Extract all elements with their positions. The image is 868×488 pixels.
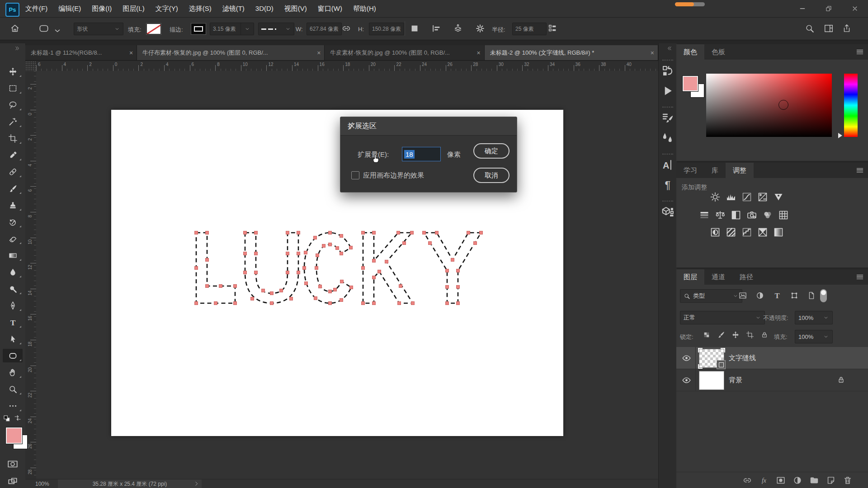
panel-menu-icon[interactable] — [855, 166, 864, 175]
black-white-adjustment-icon[interactable] — [731, 210, 741, 221]
search-icon[interactable] — [805, 23, 815, 33]
document-tab[interactable]: 牛仔布素材-恢复的.jpg @ 100% (图层 0, RGB/...× — [137, 45, 325, 60]
exposure-adjustment-icon[interactable] — [757, 192, 768, 202]
lock-checker-icon[interactable] — [703, 331, 711, 339]
tool-preset-chevron-icon[interactable] — [52, 26, 62, 36]
eyedropper-tool[interactable] — [3, 148, 23, 162]
visibility-eye-icon[interactable] — [682, 375, 691, 385]
spot-healing-tool[interactable] — [3, 165, 23, 178]
panel-tab[interactable]: 颜色 — [676, 44, 704, 60]
gradient-map-adjustment-icon[interactable] — [773, 227, 784, 238]
swap-colors-icon[interactable] — [14, 414, 22, 422]
menu-item[interactable]: 窗口(W) — [312, 0, 348, 17]
cancel-button[interactable]: 取消 — [473, 168, 509, 183]
eraser-tool[interactable] — [3, 232, 23, 245]
visibility-eye-icon[interactable] — [682, 353, 691, 363]
color-foreground-swatch[interactable] — [683, 76, 698, 91]
shape-width-field[interactable]: 627.84 像素 — [307, 23, 342, 35]
stroke-width-chevron[interactable] — [241, 23, 254, 35]
menu-item[interactable]: 编辑(E) — [53, 0, 86, 17]
invert-adjustment-icon[interactable] — [710, 227, 721, 238]
panel-tab[interactable]: 色板 — [704, 44, 732, 60]
collapse-panels-icon[interactable] — [665, 45, 673, 52]
vibrance-adjustment-icon[interactable] — [773, 192, 784, 202]
tab-close-icon[interactable]: × — [317, 49, 321, 56]
history-brush-tool[interactable] — [3, 215, 23, 229]
tool-mode-select[interactable]: 形状 — [74, 23, 123, 35]
default-colors-icon[interactable] — [3, 415, 10, 422]
menu-item[interactable]: 图层(L) — [117, 0, 150, 17]
pen-tool[interactable] — [3, 299, 23, 312]
saturation-brightness-field[interactable] — [706, 74, 832, 137]
menu-item[interactable]: 视图(V) — [279, 0, 312, 17]
hand-tool[interactable] — [3, 366, 23, 379]
menu-item[interactable]: 图像(I) — [86, 0, 117, 17]
opacity-field[interactable]: 100% — [795, 311, 833, 324]
edit-toolbar-tool[interactable] — [3, 399, 23, 413]
path-selection-tool[interactable] — [3, 332, 23, 346]
brush-settings-panel-icon[interactable] — [661, 111, 675, 125]
move-tool[interactable] — [3, 65, 23, 78]
document-tab[interactable]: 未标题-1 @ 112%(RGB/8...× — [25, 45, 137, 60]
foreground-color-swatch[interactable] — [6, 427, 22, 444]
status-chevron-icon[interactable] — [193, 481, 199, 487]
dialog-title-bar[interactable]: 扩展选区 — [340, 117, 517, 136]
document-info-field[interactable]: 35.28 厘米 x 25.4 厘米 (72 ppi) — [58, 479, 202, 488]
brush-tool[interactable] — [3, 182, 23, 195]
pixel-layer-filter-icon[interactable] — [738, 291, 747, 300]
gradient-tool[interactable] — [3, 249, 23, 262]
type-filter-icon[interactable]: T — [773, 291, 782, 300]
folder-action-icon[interactable] — [809, 475, 819, 485]
blur-tool[interactable] — [3, 265, 23, 279]
layer-filter-toggle[interactable] — [820, 289, 827, 302]
hue-slider-handle[interactable] — [838, 133, 842, 138]
path-arrangement-icon[interactable] — [453, 23, 463, 33]
clone-stamp-tool[interactable] — [3, 198, 23, 212]
panel-tab[interactable]: 调整 — [726, 163, 754, 178]
tab-close-icon[interactable]: × — [651, 49, 654, 56]
crop-tool[interactable] — [3, 131, 23, 145]
menu-item[interactable]: 3D(D) — [250, 0, 279, 17]
expand-tools-icon[interactable] — [14, 45, 22, 52]
layer-thumbnail[interactable] — [699, 371, 724, 390]
close-button[interactable] — [842, 0, 868, 17]
panel-tab[interactable]: 路径 — [732, 269, 760, 285]
restore-button[interactable] — [816, 0, 842, 17]
brightness-adjustment-icon[interactable] — [710, 192, 721, 202]
color-lookup-adjustment-icon[interactable] — [778, 210, 789, 221]
half-circle-filter-icon[interactable] — [755, 291, 764, 300]
shape-settings-gear-icon[interactable] — [475, 23, 485, 33]
edit-constraint-icon[interactable] — [547, 23, 557, 33]
panel-tab[interactable]: 学习 — [676, 163, 704, 178]
magic-wand-tool[interactable] — [3, 115, 23, 128]
layer-row[interactable]: 文字缝线 — [676, 347, 868, 369]
marquee-tool[interactable] — [3, 81, 23, 95]
panel-tab[interactable]: 图层 — [676, 269, 704, 285]
new-layer-action-icon[interactable] — [826, 475, 836, 485]
apply-canvas-bounds-checkbox[interactable] — [351, 171, 359, 179]
menu-item[interactable]: 文字(Y) — [150, 0, 184, 17]
trash-action-icon[interactable] — [843, 475, 853, 485]
panel-tab[interactable]: 通道 — [704, 269, 732, 285]
tab-close-icon[interactable]: × — [477, 49, 481, 56]
panel-tab[interactable]: 库 — [704, 163, 726, 178]
selective-color-adjustment-icon[interactable] — [757, 227, 768, 238]
expand-amount-input[interactable]: 18 — [402, 147, 441, 161]
menu-item[interactable]: 滤镜(T) — [217, 0, 250, 17]
stroke-type-select[interactable] — [258, 23, 294, 35]
quick-mask-icon[interactable] — [7, 458, 19, 470]
character-panel-icon[interactable]: A — [661, 158, 675, 172]
share-icon[interactable] — [842, 23, 852, 33]
fill-swatch[interactable] — [146, 23, 161, 34]
ok-button[interactable]: 确定 — [473, 143, 509, 159]
link-action-icon[interactable] — [742, 475, 752, 485]
menu-item[interactable]: 帮助(H) — [348, 0, 382, 17]
dodge-tool[interactable] — [3, 282, 23, 296]
brushes-panel-icon[interactable] — [661, 131, 675, 145]
workspace-switcher-icon[interactable] — [824, 23, 834, 33]
panel-menu-icon[interactable] — [855, 272, 864, 282]
fill-opacity-field[interactable]: 100% — [795, 330, 833, 343]
document-tab[interactable]: 牛皮素材-恢复的.jpg @ 100% (图层 0, RGB/...× — [325, 45, 484, 60]
type-tool[interactable]: T — [3, 315, 23, 329]
minimize-button[interactable] — [789, 0, 816, 17]
